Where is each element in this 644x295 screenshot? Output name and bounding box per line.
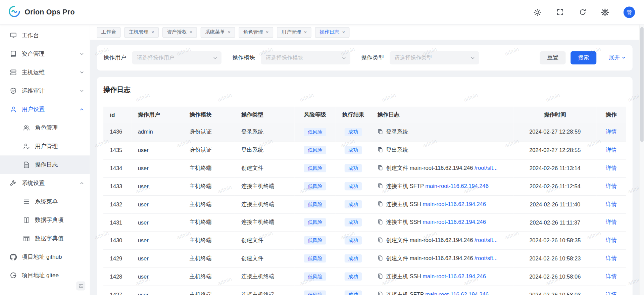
detail-link[interactable]: 详情	[606, 201, 617, 207]
tab-close-icon[interactable]: ×	[190, 30, 193, 35]
copy-icon[interactable]	[378, 255, 383, 262]
expand-toggle[interactable]: 展开	[609, 54, 626, 61]
theme-toggle-icon[interactable]	[533, 8, 541, 16]
fullscreen-icon[interactable]	[556, 8, 564, 16]
header-actions: 管	[533, 6, 635, 18]
result-badge: 成功	[345, 273, 362, 281]
detail-link[interactable]: 详情	[606, 129, 617, 135]
log-link[interactable]: main-root-116.62.194.246	[425, 291, 489, 295]
log-text: 登出系统	[386, 147, 408, 153]
tab-label: 系统菜单	[205, 29, 225, 36]
cell-log: 连接主机 SSH main-root-116.62.194.246	[371, 195, 513, 213]
detail-link[interactable]: 详情	[606, 273, 617, 279]
log-link[interactable]: main-root-116.62.194.246	[423, 273, 486, 279]
detail-link[interactable]: 详情	[606, 219, 617, 225]
scrollbar-thumb[interactable]	[640, 27, 644, 142]
open-book-icon	[23, 216, 30, 224]
copy-icon[interactable]	[378, 165, 383, 172]
tab-close-icon[interactable]: ×	[151, 30, 154, 35]
cell-user: user	[131, 159, 183, 177]
detail-link[interactable]: 详情	[606, 165, 617, 171]
menu-collapse-icon[interactable]	[76, 281, 85, 290]
log-text: 连接主机 SFTP	[386, 183, 425, 189]
result-badge: 成功	[345, 164, 362, 172]
detail-link[interactable]: 详情	[606, 291, 617, 295]
detail-link[interactable]: 详情	[606, 255, 617, 261]
tab-close-icon[interactable]: ×	[342, 30, 345, 35]
copy-icon[interactable]	[378, 219, 383, 226]
cell-type: 创建文件	[235, 159, 294, 177]
sidebar-item-system-settings[interactable]: 系统设置	[0, 174, 90, 192]
app-logo[interactable]: Orion Ops Pro	[8, 5, 75, 19]
log-link[interactable]: /root/sft...	[475, 237, 498, 243]
cell-user: user	[131, 213, 183, 232]
detail-link[interactable]: 详情	[606, 183, 617, 189]
log-link[interactable]: main-root-116.62.194.246	[423, 201, 486, 207]
copy-icon[interactable]	[378, 183, 383, 190]
copy-icon[interactable]	[378, 147, 383, 154]
sidebar-item-dict-item[interactable]: 数据字典项	[0, 211, 90, 229]
cell-id: 1430	[103, 231, 131, 249]
scrollbar-track[interactable]	[639, 24, 644, 295]
search-button[interactable]: 搜索	[571, 51, 596, 64]
tab-workbench[interactable]: 工作台	[97, 27, 120, 38]
copy-icon[interactable]	[378, 129, 383, 136]
sidebar-item-dict-value[interactable]: 数据字典值	[0, 229, 90, 248]
tab-operation-log[interactable]: 操作日志 ×	[315, 27, 350, 38]
panel-title: 操作日志	[103, 85, 626, 94]
copy-icon[interactable]	[378, 273, 383, 280]
log-text: 登录系统	[386, 129, 408, 135]
detail-link[interactable]: 详情	[606, 147, 617, 153]
log-link[interactable]: main-root-116.62.194.246	[425, 183, 489, 189]
sidebar: 工作台 资产管理 主机运维 运维审计 用户设置 角色管理 用户管理	[0, 24, 90, 295]
cell-module: 主机终端	[183, 231, 235, 249]
cell-type: 连接主机终端	[235, 286, 294, 295]
tab-role-management[interactable]: 角色管理 ×	[239, 27, 273, 38]
cell-user: admin	[131, 123, 183, 141]
sidebar-item-system-menu[interactable]: 系统菜单	[0, 192, 90, 211]
result-badge: 成功	[345, 236, 362, 244]
sidebar-item-role-management[interactable]: 角色管理	[0, 118, 90, 137]
operation-module-select[interactable]: 请选择操作模块	[261, 51, 350, 64]
detail-link[interactable]: 详情	[606, 237, 617, 243]
reset-button[interactable]: 重置	[540, 51, 566, 64]
copy-icon[interactable]	[378, 237, 383, 244]
cell-type: 连接主机终端	[235, 195, 294, 213]
sidebar-item-user-management[interactable]: 用户管理	[0, 137, 90, 155]
log-link[interactable]: /root/sft...	[475, 255, 498, 261]
copy-icon[interactable]	[378, 201, 383, 208]
tab-system-menu[interactable]: 系统菜单 ×	[201, 27, 235, 38]
cell-type: 连接主机终端	[235, 213, 294, 232]
sidebar-item-github-link[interactable]: 项目地址 github	[0, 248, 90, 266]
log-link[interactable]: main-root-116.62.194.246	[423, 219, 486, 225]
gitee-icon	[10, 272, 17, 279]
user-avatar[interactable]: 管	[624, 6, 635, 18]
refresh-icon[interactable]	[578, 8, 586, 16]
sidebar-item-user-settings[interactable]: 用户设置	[0, 100, 90, 118]
cell-log: 连接主机 SFTP main-root-116.62.194.246	[371, 177, 513, 195]
sidebar-item-host-ops[interactable]: 主机运维	[0, 63, 90, 82]
tab-host-management[interactable]: 主机管理 ×	[124, 27, 159, 38]
tab-user-management[interactable]: 用户管理 ×	[277, 27, 311, 38]
log-text: 创建文件 main-root-116.62.194.246	[386, 255, 475, 261]
tab-close-icon[interactable]: ×	[228, 30, 231, 35]
sidebar-item-ops-audit[interactable]: 运维审计	[0, 82, 90, 100]
operation-user-select[interactable]: 请选择操作用户	[132, 51, 221, 64]
sidebar-item-workbench[interactable]: 工作台	[0, 26, 90, 45]
settings-gear-icon[interactable]	[601, 8, 609, 16]
tab-close-icon[interactable]: ×	[266, 30, 269, 35]
operation-type-select[interactable]: 请选择操作类型	[390, 51, 479, 64]
log-link[interactable]: /root/sft...	[475, 165, 498, 171]
tab-close-icon[interactable]: ×	[304, 30, 307, 35]
cell-time: 2024-02-26 11:11:37	[513, 213, 596, 232]
log-text: 连接主机 SSH	[386, 273, 423, 279]
column-header-module: 操作模块	[183, 107, 235, 123]
tab-asset-authorization[interactable]: 资产授权 ×	[162, 27, 197, 38]
monitor-icon	[10, 32, 17, 39]
sidebar-item-asset-management[interactable]: 资产管理	[0, 45, 90, 63]
table-row: 1436admin身份认证登录系统低风险成功登录系统2024-02-27 12:…	[103, 123, 626, 141]
copy-icon[interactable]	[378, 291, 383, 295]
result-badge: 成功	[345, 254, 362, 262]
cell-module: 身份认证	[183, 141, 235, 159]
sidebar-item-operation-log[interactable]: 操作日志	[0, 155, 90, 174]
